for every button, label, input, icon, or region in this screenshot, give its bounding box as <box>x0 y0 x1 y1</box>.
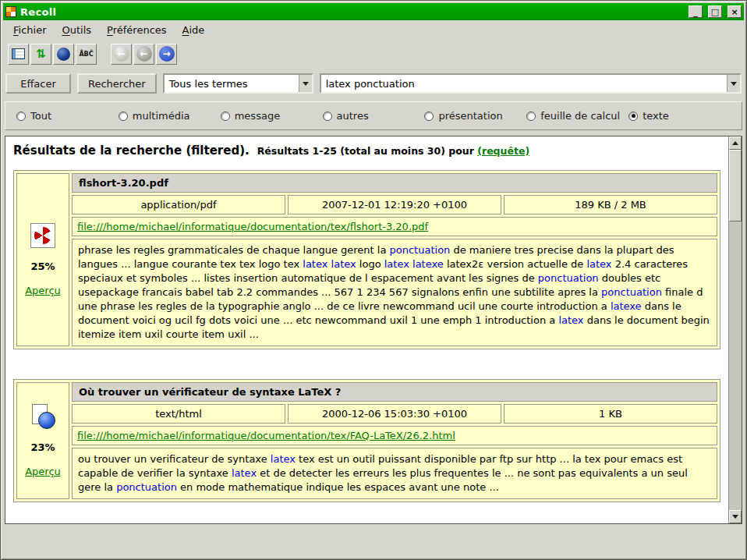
update-index-button[interactable]: ⇅ <box>30 44 51 65</box>
relevance-percent: 23% <box>30 441 55 453</box>
titlebar: Recoll _ □ × <box>3 3 744 20</box>
arrow-left-icon: ← <box>114 46 129 62</box>
result-snippet: phrase les regles grammaticales de chaqu… <box>72 239 717 346</box>
radio-icon <box>119 112 128 121</box>
close-button[interactable]: × <box>728 5 742 18</box>
result-size: 189 KB / 2 MB <box>504 195 717 214</box>
scroll-up-button[interactable] <box>729 136 742 150</box>
result-date: 2000-12-06 15:03:30 +0100 <box>288 404 501 424</box>
menu-preferences[interactable]: Préférences <box>100 22 173 38</box>
app-icon <box>5 6 16 17</box>
menu-fichier[interactable]: Fichier <box>6 22 54 38</box>
window-title: Recoll <box>20 6 683 18</box>
menu-outils[interactable]: Outils <box>55 22 99 38</box>
result-side-panel: 23% Aperçu <box>16 382 69 499</box>
update-index-icon: ⇅ <box>36 48 46 60</box>
result-block: 25% Aperçu flshort-3.20.pdf application/… <box>13 170 720 349</box>
category-filter: Tout multimédia message autres présentat… <box>5 101 742 130</box>
result-block: 23% Aperçu Où trouver un vérificateur de… <box>13 379 720 502</box>
result-url-row: file:///home/michael/informatique/docume… <box>72 426 717 445</box>
filter-presentation[interactable]: présentation <box>424 110 526 122</box>
result-url-link[interactable]: file:///home/michael/informatique/docume… <box>77 430 455 441</box>
chevron-down-icon <box>303 82 309 86</box>
filter-feuille-de-calcul[interactable]: feuille de calcul <box>526 110 628 122</box>
search-bar: Effacer Rechercher Tous les termes <box>3 70 744 97</box>
result-gap <box>12 349 722 379</box>
arrow-right-icon: → <box>159 46 175 62</box>
search-mode-select[interactable]: Tous les termes <box>163 73 313 94</box>
query-link[interactable]: (requête) <box>477 145 529 157</box>
result-title: Où trouver un vérificateur de syntaxe La… <box>72 382 717 402</box>
recoll-window: Recoll _ □ × Fichier Outils Préférences … <box>0 0 747 560</box>
query-combo <box>320 73 742 94</box>
radio-icon <box>323 112 332 121</box>
results-list: Résultats de la recherche (filtered). Ré… <box>5 136 728 523</box>
scrollbar-track[interactable] <box>729 222 742 510</box>
search-input[interactable] <box>321 75 727 92</box>
previous-page-button[interactable]: ← <box>133 44 154 65</box>
search-mode-value: Tous les termes <box>165 78 299 90</box>
maximize-button[interactable]: □ <box>708 5 722 18</box>
up-arrow-icon <box>732 141 738 145</box>
preview-link[interactable]: Aperçu <box>25 466 61 477</box>
filter-multimedia[interactable]: multimédia <box>119 110 221 122</box>
result-url-row: file:///home/michael/informatique/docume… <box>72 217 717 236</box>
preview-link[interactable]: Aperçu <box>25 285 61 296</box>
status-area <box>3 524 744 557</box>
result-details: Où trouver un vérificateur de syntaxe La… <box>72 382 717 499</box>
filter-message[interactable]: message <box>221 110 323 122</box>
scroll-down-button[interactable] <box>729 510 742 523</box>
toolbar-group-main: ⇅ ÂBĈ <box>8 44 97 65</box>
radio-icon <box>628 112 638 121</box>
html-icon <box>30 404 55 429</box>
filter-texte[interactable]: texte <box>628 110 731 122</box>
query-history-dropdown[interactable] <box>727 75 740 92</box>
result-title: flshort-3.20.pdf <box>72 173 717 193</box>
toolbar-group-nav: ← ← → <box>111 44 177 65</box>
radio-icon <box>526 112 536 121</box>
radio-icon <box>221 112 230 121</box>
result-size: 1 KB <box>504 404 717 424</box>
down-arrow-icon <box>732 515 738 519</box>
result-date: 2007-12-01 12:19:20 +0100 <box>288 195 501 214</box>
next-page-button[interactable]: → <box>156 44 177 65</box>
run-query-button[interactable] <box>53 44 74 65</box>
radio-icon <box>16 112 26 121</box>
result-mime: application/pdf <box>72 195 285 214</box>
menu-aide[interactable]: Aide <box>175 22 212 38</box>
result-snippet: ou trouver un verificateur de syntaxe la… <box>72 448 717 499</box>
chevron-down-icon <box>731 82 737 86</box>
minimize-button[interactable]: _ <box>689 5 703 18</box>
results-count: Résultats 1-25 (total au moins 30) pour … <box>257 145 529 157</box>
result-side-panel: 25% Aperçu <box>16 173 69 346</box>
search-button[interactable]: Rechercher <box>77 73 157 94</box>
result-meta-row: text/html 2000-12-06 15:03:30 +0100 1 KB <box>72 404 717 424</box>
run-query-icon <box>57 48 70 61</box>
results-scrollbar[interactable] <box>728 136 742 523</box>
result-mime: text/html <box>72 404 285 424</box>
relevance-percent: 25% <box>30 261 55 272</box>
radio-icon <box>424 112 434 121</box>
clear-search-icon <box>12 48 25 59</box>
result-meta-row: application/pdf 2007-12-01 12:19:20 +010… <box>72 195 717 214</box>
filter-tout[interactable]: Tout <box>16 110 119 122</box>
results-header: Résultats de la recherche (filtered). Ré… <box>13 144 720 158</box>
search-mode-dropdown[interactable] <box>299 75 312 92</box>
results-area: Résultats de la recherche (filtered). Ré… <box>5 136 742 524</box>
result-url-link[interactable]: file:///home/michael/informatique/docume… <box>77 221 428 232</box>
first-page-button[interactable]: ← <box>111 44 132 65</box>
clear-search-button[interactable] <box>8 44 29 65</box>
term-explorer-button[interactable]: ÂBĈ <box>76 44 97 65</box>
term-explorer-icon: ÂBĈ <box>79 51 93 58</box>
pdf-icon <box>30 223 55 248</box>
scrollbar-thumb[interactable] <box>729 150 742 222</box>
filter-autres[interactable]: autres <box>323 110 425 122</box>
globe-glyph <box>38 412 55 429</box>
arrow-left-icon: ← <box>136 46 152 62</box>
results-title: Résultats de la recherche (filtered). <box>13 144 250 158</box>
clear-button[interactable]: Effacer <box>5 73 71 94</box>
menubar: Fichier Outils Préférences Aide <box>3 20 744 40</box>
toolbar: ⇅ ÂBĈ ← ← → <box>3 40 744 68</box>
result-details: flshort-3.20.pdf application/pdf 2007-12… <box>72 173 717 346</box>
